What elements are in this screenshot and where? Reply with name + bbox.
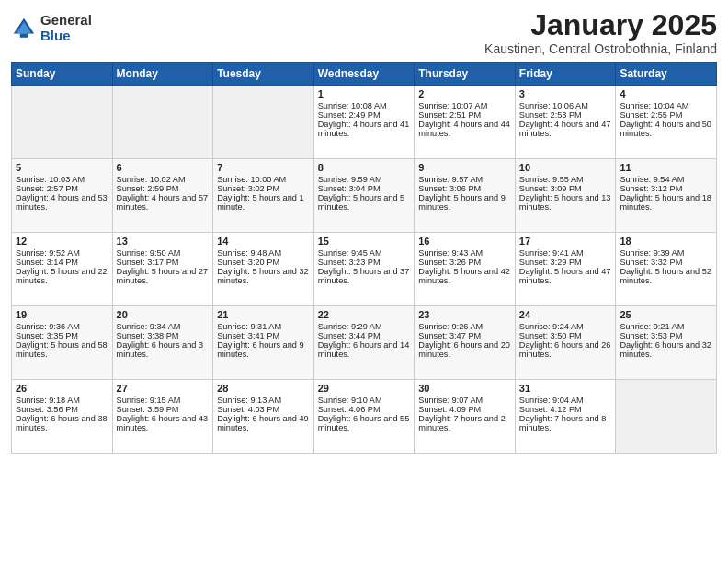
sunrise-text: Sunrise: 9:10 AM [318,396,382,405]
calendar-cell: 15Sunrise: 9:45 AMSunset: 3:23 PMDayligh… [313,233,415,306]
day-number: 18 [620,236,712,247]
day-number: 14 [217,236,310,247]
calendar-cell: 4Sunrise: 10:04 AMSunset: 2:55 PMDayligh… [616,86,717,159]
day-number: 6 [117,162,210,173]
sunset-text: Sunset: 3:04 PM [318,184,381,193]
day-number: 4 [620,88,712,99]
daylight-text: Daylight: 5 hours and 47 minutes. [519,267,611,285]
day-number: 12 [16,236,108,247]
day-number: 7 [217,162,310,173]
sunrise-text: Sunrise: 9:43 AM [418,248,483,258]
sunrise-text: Sunrise: 9:39 AM [620,248,684,258]
calendar-cell: 6Sunrise: 10:02 AMSunset: 2:59 PMDayligh… [112,159,213,233]
calendar-cell: 19Sunrise: 9:36 AMSunset: 3:35 PMDayligh… [12,306,113,380]
calendar-cell: 18Sunrise: 9:39 AMSunset: 3:32 PMDayligh… [616,233,717,306]
sunset-text: Sunset: 3:35 PM [16,331,78,340]
calendar-week-2: 5Sunrise: 10:03 AMSunset: 2:57 PMDayligh… [12,159,717,233]
location-subtitle: Kaustinen, Central Ostrobothnia, Finland [484,41,717,56]
sunrise-text: Sunrise: 9:24 AM [519,322,584,331]
logo: General Blue [11,13,92,43]
sunrise-text: Sunrise: 10:06 AM [519,101,588,110]
sunrise-text: Sunrise: 9:26 AM [418,322,483,331]
sunrise-text: Sunrise: 9:21 AM [620,322,684,331]
title-block: January 2025 Kaustinen, Central Ostrobot… [484,9,717,56]
daylight-text: Daylight: 4 hours and 57 minutes. [117,193,209,212]
day-number: 29 [318,383,411,394]
calendar-cell: 28Sunrise: 9:13 AMSunset: 4:03 PMDayligh… [213,380,314,454]
sunset-text: Sunset: 3:23 PM [318,258,381,267]
header-thursday: Thursday [415,63,516,86]
calendar-cell [12,86,113,159]
daylight-text: Daylight: 5 hours and 42 minutes. [418,267,510,285]
sunset-text: Sunset: 4:03 PM [217,405,279,414]
calendar-cell: 26Sunrise: 9:18 AMSunset: 3:56 PMDayligh… [12,380,113,454]
day-number: 11 [620,162,712,173]
day-number: 1 [318,88,411,99]
daylight-text: Daylight: 5 hours and 1 minute. [217,193,304,212]
calendar-cell: 14Sunrise: 9:48 AMSunset: 3:20 PMDayligh… [213,233,314,306]
daylight-text: Daylight: 6 hours and 3 minutes. [117,340,204,359]
calendar-page: General Blue January 2025 Kaustinen, Cen… [0,0,728,563]
sunset-text: Sunset: 3:17 PM [117,258,179,267]
sunrise-text: Sunrise: 10:03 AM [16,175,85,184]
daylight-text: Daylight: 6 hours and 49 minutes. [217,414,309,432]
sunset-text: Sunset: 3:53 PM [620,331,682,340]
day-number: 15 [318,236,411,247]
sunrise-text: Sunrise: 10:04 AM [620,101,688,110]
sunset-text: Sunset: 3:41 PM [217,331,279,340]
header-friday: Friday [515,63,616,86]
calendar-table: Sunday Monday Tuesday Wednesday Thursday… [11,62,717,454]
sunset-text: Sunset: 4:06 PM [318,405,381,414]
day-number: 26 [16,383,108,394]
logo-text: General Blue [40,13,92,43]
calendar-cell: 25Sunrise: 9:21 AMSunset: 3:53 PMDayligh… [616,306,717,380]
sunrise-text: Sunrise: 9:07 AM [418,396,483,405]
daylight-text: Daylight: 6 hours and 14 minutes. [318,340,410,359]
sunrise-text: Sunrise: 10:00 AM [217,175,286,184]
calendar-cell: 22Sunrise: 9:29 AMSunset: 3:44 PMDayligh… [313,306,415,380]
sunset-text: Sunset: 4:12 PM [519,405,582,414]
day-number: 20 [117,309,210,320]
daylight-text: Daylight: 5 hours and 27 minutes. [117,267,209,285]
daylight-text: Daylight: 6 hours and 26 minutes. [519,340,611,359]
calendar-cell: 5Sunrise: 10:03 AMSunset: 2:57 PMDayligh… [12,159,113,233]
calendar-cell: 9Sunrise: 9:57 AMSunset: 3:06 PMDaylight… [415,159,516,233]
calendar-cell: 7Sunrise: 10:00 AMSunset: 3:02 PMDayligh… [213,159,314,233]
sunrise-text: Sunrise: 9:41 AM [519,248,584,258]
calendar-cell: 27Sunrise: 9:15 AMSunset: 3:59 PMDayligh… [112,380,213,454]
calendar-cell [616,380,717,454]
sunset-text: Sunset: 3:09 PM [519,184,582,193]
calendar-week-4: 19Sunrise: 9:36 AMSunset: 3:35 PMDayligh… [12,306,717,380]
day-number: 23 [418,309,511,320]
daylight-text: Daylight: 5 hours and 22 minutes. [16,267,108,285]
sunset-text: Sunset: 2:55 PM [620,110,682,120]
sunrise-text: Sunrise: 9:31 AM [217,322,281,331]
sunset-text: Sunset: 3:44 PM [318,331,381,340]
sunrise-text: Sunrise: 9:15 AM [117,396,181,405]
day-number: 16 [418,236,511,247]
calendar-week-1: 1Sunrise: 10:08 AMSunset: 2:49 PMDayligh… [12,86,717,159]
sunset-text: Sunset: 3:14 PM [16,258,78,267]
sunset-text: Sunset: 3:56 PM [16,405,78,414]
daylight-text: Daylight: 5 hours and 58 minutes. [16,340,108,359]
calendar-cell: 10Sunrise: 9:55 AMSunset: 3:09 PMDayligh… [515,159,616,233]
day-number: 17 [519,236,612,247]
sunrise-text: Sunrise: 10:02 AM [117,175,186,184]
sunrise-text: Sunrise: 9:54 AM [620,175,684,184]
daylight-text: Daylight: 5 hours and 13 minutes. [519,193,611,212]
sunset-text: Sunset: 3:06 PM [418,184,481,193]
sunset-text: Sunset: 3:20 PM [217,258,279,267]
sunset-text: Sunset: 2:49 PM [318,110,381,120]
sunset-text: Sunset: 3:26 PM [418,258,481,267]
month-year-title: January 2025 [484,9,717,41]
logo-icon [11,16,37,41]
sunset-text: Sunset: 3:32 PM [620,258,682,267]
sunset-text: Sunset: 3:12 PM [620,184,682,193]
calendar-week-5: 26Sunrise: 9:18 AMSunset: 3:56 PMDayligh… [12,380,717,454]
daylight-text: Daylight: 5 hours and 37 minutes. [318,267,410,285]
sunrise-text: Sunrise: 9:18 AM [16,396,80,405]
day-number: 22 [318,309,411,320]
sunrise-text: Sunrise: 9:45 AM [318,248,382,258]
daylight-text: Daylight: 5 hours and 52 minutes. [620,267,711,285]
day-number: 28 [217,383,310,394]
